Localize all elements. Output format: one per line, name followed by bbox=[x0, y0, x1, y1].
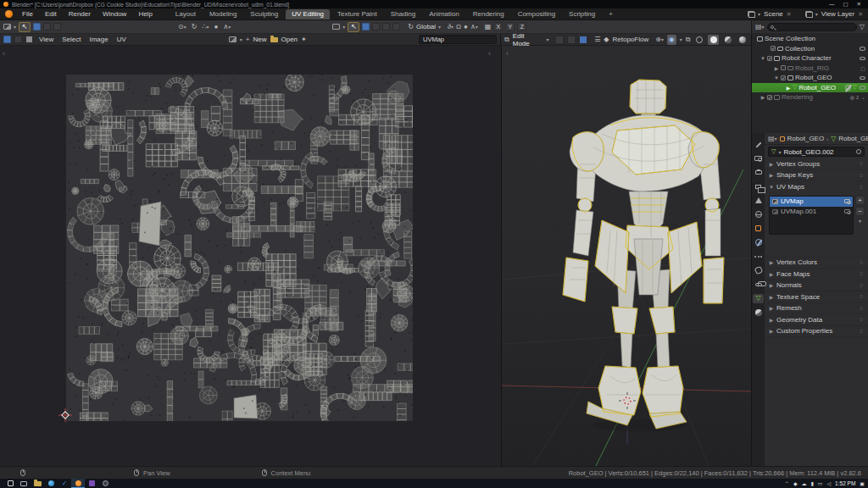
check-app-icon[interactable]: ✓ bbox=[58, 479, 71, 488]
maximize-button[interactable]: ▢ bbox=[843, 1, 848, 8]
breadcrumb-data[interactable]: Robot_GE bbox=[838, 135, 868, 142]
tab-sculpting[interactable]: Sculpting bbox=[244, 9, 284, 19]
expand-icon[interactable]: ▶ bbox=[760, 94, 765, 100]
viewport-3d-area[interactable]: ‹ bbox=[501, 46, 751, 466]
uv-menu-view[interactable]: View bbox=[36, 36, 56, 43]
breadcrumb-object[interactable]: Robot_GEO bbox=[787, 135, 825, 142]
task-view-icon[interactable] bbox=[17, 479, 31, 488]
retopoflow-menu[interactable]: RetopoFlow bbox=[613, 36, 649, 43]
notification-center-icon[interactable]: ▣ bbox=[860, 480, 865, 486]
checkbox-icon[interactable] bbox=[781, 65, 786, 70]
gray-app-icon[interactable] bbox=[98, 479, 112, 488]
tab-render-icon[interactable] bbox=[753, 154, 764, 164]
viewport-3d-scene[interactable] bbox=[502, 46, 751, 466]
vp-active-tool-button[interactable]: ↖ bbox=[348, 22, 359, 32]
shading-wireframe-icon[interactable] bbox=[694, 35, 705, 45]
modifier-wrench-icon[interactable] bbox=[845, 85, 851, 91]
tab-tool-icon[interactable] bbox=[753, 140, 764, 149]
overlays-icon[interactable]: ◉ bbox=[667, 35, 676, 45]
purple-app-icon[interactable] bbox=[85, 479, 98, 488]
outliner-row-robot-rig[interactable]: ▶ Robot_RIG ▢ bbox=[752, 64, 868, 74]
uv-header-display-icon[interactable] bbox=[25, 36, 33, 43]
checkbox-icon[interactable]: ✓ bbox=[781, 75, 786, 80]
face-select-icon[interactable] bbox=[579, 36, 587, 44]
menu-edit[interactable]: Edit bbox=[40, 9, 62, 19]
uv-select-box-icon[interactable] bbox=[33, 23, 41, 30]
tray-display-icon[interactable]: ▭ bbox=[818, 480, 823, 486]
taskbar-clock[interactable]: 1:52 PM bbox=[835, 480, 855, 486]
mode-dropdown[interactable]: ▾ bbox=[546, 36, 548, 42]
uv-map-row[interactable]: UVMap.001 bbox=[770, 207, 853, 217]
eye-icon[interactable] bbox=[860, 47, 865, 51]
panel-normals[interactable]: ▶ Normals≡ bbox=[765, 280, 868, 292]
outliner-row-robot-character[interactable]: ▼ ✓ Robot Character bbox=[752, 53, 868, 64]
checkbox-icon[interactable]: ✓ bbox=[767, 56, 772, 61]
render-camera-icon[interactable] bbox=[844, 199, 850, 203]
expand-icon[interactable]: ▶ bbox=[774, 65, 779, 71]
tray-cloud-icon[interactable]: ☁ bbox=[802, 480, 807, 486]
tab-material-icon[interactable] bbox=[753, 308, 764, 317]
eye-icon[interactable] bbox=[860, 57, 865, 61]
proportional-edit-icon[interactable]: ● bbox=[464, 24, 468, 30]
mirror-z-toggle[interactable]: Z bbox=[517, 22, 526, 31]
tab-layout[interactable]: Layout bbox=[170, 9, 202, 19]
outliner-row-robot-geo-object[interactable]: ▶ ▽ Robot_GEO ▽ bbox=[752, 83, 868, 93]
outliner-search-input[interactable] bbox=[767, 23, 857, 31]
add-workspace-button[interactable]: + bbox=[603, 9, 619, 19]
hamburger-menu-icon[interactable]: ☰ bbox=[594, 36, 600, 43]
menu-window[interactable]: Window bbox=[97, 9, 131, 19]
vp-editor-type-dropdown[interactable]: ▾ bbox=[342, 24, 345, 30]
panel-vertex-groups[interactable]: ▶ Vertex Groups≡ bbox=[765, 158, 868, 170]
panel-custom-properties[interactable]: ▶ Custom Properties≡ bbox=[765, 326, 868, 338]
expand-icon[interactable]: ▶ bbox=[786, 85, 791, 91]
snapping-icon[interactable]: ∂▾ bbox=[448, 24, 453, 30]
blender-menu-icon[interactable] bbox=[5, 10, 13, 18]
vp-toolbar-expand-icon[interactable]: ‹ bbox=[506, 49, 509, 58]
remove-uv-map-button[interactable]: − bbox=[855, 207, 865, 216]
tab-animation[interactable]: Animation bbox=[423, 9, 465, 19]
eye-icon[interactable] bbox=[860, 86, 865, 90]
uv-snap-target-icon[interactable]: ∴▾ bbox=[202, 24, 209, 30]
vp-select-mode-3-icon[interactable] bbox=[382, 23, 390, 30]
tray-chevron-icon[interactable]: ⌃ bbox=[785, 480, 789, 486]
panel-geometry-data[interactable]: ▶ Geometry Data≡ bbox=[765, 314, 868, 326]
expand-icon[interactable]: ▼ bbox=[774, 75, 779, 80]
menu-file[interactable]: File bbox=[17, 9, 38, 19]
pin-icon[interactable]: ✦ bbox=[301, 36, 307, 43]
orientation-dropdown[interactable]: ▾ bbox=[438, 24, 441, 30]
falloff-icon[interactable]: ∧▾ bbox=[470, 24, 478, 30]
shading-material-icon[interactable] bbox=[722, 35, 733, 45]
uv-pivot-icon[interactable]: ⊙▾ bbox=[178, 24, 186, 30]
outliner-display-mode-icon[interactable]: ▤▾ bbox=[755, 24, 765, 30]
outliner-row-robot-geo-collection[interactable]: ▼ ✓ Robot_GEO bbox=[752, 73, 868, 83]
uv-menu-image[interactable]: Image bbox=[86, 36, 110, 43]
uv-menu-select[interactable]: Select bbox=[59, 36, 83, 43]
tab-object-data-icon[interactable]: ▽ bbox=[753, 294, 764, 303]
menu-help[interactable]: Help bbox=[133, 9, 157, 19]
shading-solid-icon[interactable] bbox=[708, 35, 719, 45]
uv-map-specials-icon[interactable]: ▾ bbox=[855, 218, 865, 224]
fake-user-icon[interactable] bbox=[856, 149, 861, 154]
edge-browser-icon[interactable] bbox=[44, 479, 58, 488]
uv-proportional-icon[interactable]: ● bbox=[214, 24, 219, 30]
vp-editor-type-icon[interactable] bbox=[332, 24, 340, 30]
tab-shading[interactable]: Shading bbox=[385, 9, 421, 19]
view-layer-dropdown[interactable]: ▾ bbox=[815, 11, 818, 17]
tray-volume-icon[interactable]: ◁ bbox=[826, 480, 831, 486]
panel-uv-maps[interactable]: ▼ UV Maps≡ bbox=[765, 181, 868, 193]
mirror-y-toggle[interactable]: Y bbox=[505, 22, 515, 31]
panel-texture-space[interactable]: ▶ Texture Space≡ bbox=[765, 291, 868, 303]
uv-2d-cursor-icon[interactable] bbox=[58, 408, 72, 422]
orientation-icon[interactable]: ↻ bbox=[408, 24, 414, 30]
uv-menu-uv[interactable]: UV bbox=[114, 36, 129, 43]
edge-select-icon[interactable] bbox=[567, 36, 576, 44]
add-uv-map-button[interactable]: + bbox=[855, 196, 865, 205]
start-button[interactable] bbox=[3, 479, 17, 488]
panel-remesh[interactable]: ▶ Remesh≡ bbox=[765, 303, 868, 315]
shading-rendered-icon[interactable] bbox=[737, 35, 748, 45]
properties-display-icon[interactable]: ▤▾ bbox=[768, 136, 777, 142]
outliner-filter-icon[interactable]: ▽ bbox=[860, 24, 865, 30]
uv-editor-area[interactable]: ‹ ‹ bbox=[0, 46, 501, 466]
minimize-button[interactable]: — bbox=[829, 1, 835, 8]
image-browse-dropdown[interactable]: ▾ bbox=[240, 36, 242, 42]
